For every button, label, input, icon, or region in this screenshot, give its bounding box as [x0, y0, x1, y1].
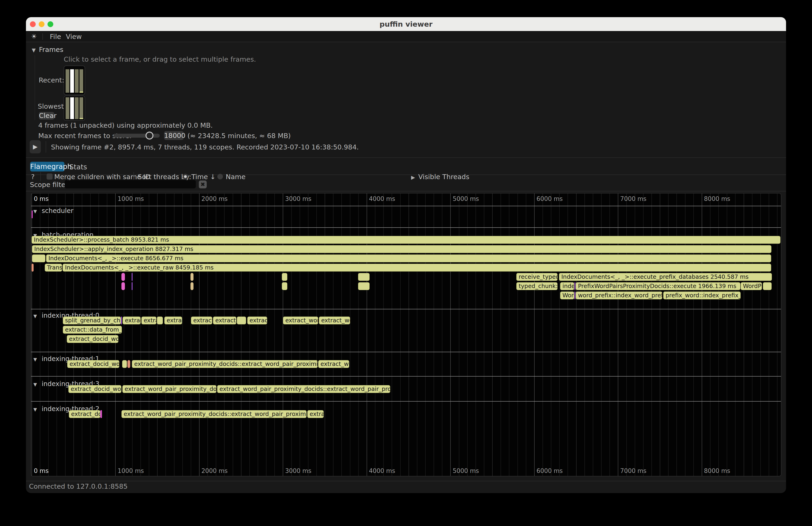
flamegraph-scope-bar[interactable] — [32, 254, 45, 262]
flamegraph-scope-bar[interactable]: Word — [560, 292, 574, 299]
slider-knob[interactable] — [146, 132, 154, 140]
flamegraph-scope-bar[interactable]: typed_chunk::w — [516, 282, 557, 290]
flamegraph-scope-bar[interactable] — [190, 273, 193, 281]
flamegraph-scope-bar[interactable]: extract_w — [213, 317, 236, 324]
theme-toggle-icon[interactable]: ☀ — [31, 31, 37, 42]
flamegraph-scope-bar[interactable]: prefix_word::index_prefix_wo — [663, 292, 741, 299]
flamegraph-scope-bar[interactable] — [121, 282, 125, 290]
ruler-tick-label: 7000 ms — [620, 195, 646, 202]
clear-filter-button[interactable]: ✖ — [199, 180, 207, 188]
flamegraph-scope-bar[interactable]: receive_typed_ — [516, 273, 557, 281]
max-frames-value[interactable]: 18000 — [164, 131, 184, 140]
flamegraph-canvas[interactable]: 0 ms1000 ms2000 ms3000 ms4000 ms5000 ms6… — [31, 193, 781, 477]
flamegraph-scope-bar[interactable] — [132, 273, 133, 281]
frame-thumbnail-bar[interactable] — [66, 69, 69, 93]
frame-thumbnail-bar[interactable] — [79, 69, 83, 93]
indent-line — [34, 55, 35, 120]
flamegraph-scope-bar[interactable]: extract_doc — [69, 410, 100, 418]
flamegraph-scope-bar[interactable]: WordPr — [741, 282, 762, 290]
sort-name-radio[interactable] — [217, 174, 223, 179]
flamegraph-scope-bar[interactable]: split_grenad_by_chun — [63, 317, 121, 324]
tab-flamegraph[interactable]: Flamegraph — [30, 162, 64, 172]
merge-checkbox[interactable] — [47, 174, 53, 179]
flamegraph-scope-bar[interactable] — [190, 282, 193, 290]
frame-thumbnail-bar[interactable] — [66, 97, 69, 119]
flamegraph-scope-bar[interactable]: IndexScheduler>::process_batch 8953.821 … — [31, 236, 781, 244]
thread-header[interactable]: ▼ scheduler — [33, 207, 73, 215]
flamegraph-scope-bar[interactable]: extract_word_pair_proximity_docids — [122, 385, 216, 393]
flamegraph-scope-bar[interactable] — [237, 317, 246, 324]
flamegraph-scope-bar[interactable]: extrac — [164, 317, 182, 324]
sort-time-label[interactable]: Time ↓ — [191, 173, 216, 181]
flamegraph-scope-bar[interactable] — [282, 273, 287, 281]
flamegraph-scope-bar[interactable] — [100, 410, 102, 418]
frame-thumbnail-bar[interactable] — [79, 97, 83, 119]
frame-thumbnail-bar[interactable] — [75, 97, 78, 119]
sort-time-radio[interactable] — [183, 174, 188, 179]
frame-thumbnail-bar[interactable] — [70, 69, 74, 93]
flamegraph-scope-bar[interactable]: extract_docid_word — [67, 335, 118, 343]
flamegraph-scope-bar[interactable] — [575, 292, 576, 299]
visible-threads-header[interactable]: ▶Visible Threads — [411, 173, 469, 181]
flamegraph-scope-bar[interactable]: Trans — [45, 264, 62, 272]
ruler-tick-label: 5000 ms — [453, 195, 479, 202]
flamegraph-scope-bar[interactable]: extract_ — [191, 317, 212, 324]
flamegraph-scope-bar[interactable] — [575, 282, 576, 290]
flamegraph-scope-bar[interactable]: extract::data_from_ob — [63, 326, 122, 334]
flamegraph-scope-bar[interactable] — [121, 317, 122, 324]
flamegraph-scope-bar[interactable]: extract_word_pair_proximity_docids::extr… — [121, 410, 307, 418]
merge-label[interactable]: Merge children with same ID — [54, 173, 150, 181]
flamegraph-scope-bar[interactable]: extract_word — [283, 317, 318, 324]
tab-stats[interactable]: Stats — [69, 163, 87, 171]
flamegraph-scope-bar[interactable]: index — [560, 282, 574, 290]
flamegraph-scope-bar[interactable]: IndexScheduler>::apply_index_operation 8… — [32, 245, 771, 253]
flamegraph-scope-bar[interactable]: IndexDocuments<_, _>::execute 8656.677 m… — [46, 254, 771, 262]
flamegraph-scope-bar[interactable]: extract_docid_word — [68, 385, 121, 393]
clear-button[interactable]: Clear — [39, 112, 54, 120]
sort-name-label[interactable]: Name — [226, 173, 246, 181]
scope-filter-input[interactable] — [65, 180, 196, 188]
flamegraph-scope-bar[interactable]: extrac — [307, 410, 324, 418]
help-button[interactable]: ? — [31, 173, 34, 181]
frames-summary: 4 frames (1 unpacked) using approximatel… — [38, 121, 213, 129]
slowest-frames-thumbnail[interactable] — [64, 96, 85, 121]
flamegraph-scope-bar[interactable]: word_prefix::index_word_prefix_ — [576, 292, 662, 299]
play-button[interactable]: ▶ — [30, 140, 41, 154]
flamegraph-scope-bar[interactable]: extract_docid_word — [67, 360, 119, 368]
frame-thumbnail-bar[interactable] — [75, 69, 78, 93]
flamegraph-scope-bar[interactable]: extract — [247, 317, 267, 324]
flamegraph-scope-bar[interactable] — [122, 360, 127, 368]
flamegraph-scope-bar[interactable] — [157, 317, 163, 324]
separator — [26, 191, 786, 191]
flamegraph-scope-bar[interactable]: extra — [141, 317, 156, 324]
flamegraph-scope-bar[interactable]: extract_word_pair_proximity_docids::extr… — [217, 385, 390, 393]
flamegraph-scope-bar[interactable] — [121, 273, 125, 281]
recent-frames-thumbnail[interactable] — [64, 65, 85, 95]
flamegraph-scope-bar[interactable] — [128, 360, 130, 368]
ruler-tick-label: 0 ms — [34, 467, 49, 474]
flamegraph-scope-bar[interactable]: extract_word_pair_proximity_docids::extr… — [132, 360, 318, 368]
frames-section-header[interactable]: ▼Frames — [32, 46, 63, 54]
flamegraph-scope-bar[interactable]: IndexDocuments<_, _>::execute_prefix_dat… — [559, 273, 772, 281]
flamegraph-scope-bar[interactable]: extract — [122, 317, 141, 324]
flamegraph-scope-bar[interactable] — [358, 282, 369, 290]
flamegraph-scope-bar[interactable]: extract_wo — [318, 360, 349, 368]
flamegraph-scope-bar[interactable]: extract_wo — [319, 317, 350, 324]
slowest-label: Slowest: — [38, 102, 66, 110]
thread-name: scheduler — [42, 207, 73, 215]
flamegraph-scope-bar[interactable] — [282, 282, 287, 290]
menu-view[interactable]: View — [66, 31, 82, 42]
frame-thumbnail-bar[interactable] — [70, 97, 74, 119]
menu-file[interactable]: File — [50, 31, 61, 42]
flamegraph-scope-bar[interactable] — [31, 210, 33, 218]
flamegraph-scope-bar[interactable]: IndexDocuments<_, _>::execute_raw 8459.1… — [62, 264, 771, 272]
flamegraph-scope-bar[interactable] — [132, 282, 133, 290]
ruler-tick-label: 2000 ms — [201, 195, 228, 202]
flamegraph-scope-bar[interactable]: PrefixWordPairsProximityDocids::execute … — [576, 282, 740, 290]
grid-line — [31, 193, 32, 476]
flamegraph-scope-bar[interactable] — [763, 282, 772, 290]
flamegraph-scope-bar[interactable] — [358, 273, 369, 281]
flamegraph-scope-bar[interactable] — [31, 264, 33, 272]
title-bar[interactable]: puffin viewer — [26, 17, 786, 31]
collapse-triangle-icon: ▼ — [33, 407, 39, 412]
